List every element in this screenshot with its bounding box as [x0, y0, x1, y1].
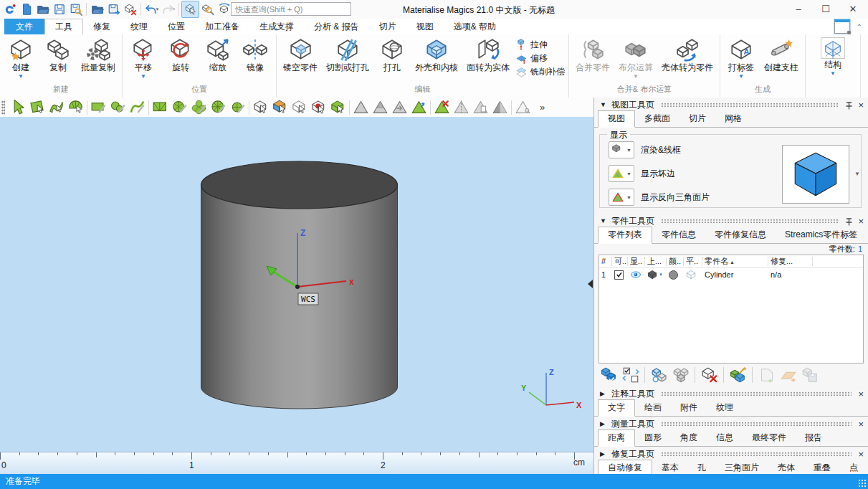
view-tabs-tab-1[interactable]: 视图 [598, 110, 635, 128]
menu-tab-3[interactable]: 纹理 [120, 19, 158, 34]
color-swatch[interactable] [669, 270, 678, 280]
import-part-icon[interactable] [89, 1, 105, 17]
close-panel-icon[interactable]: × [858, 100, 864, 110]
mark-circle-triangles[interactable] [170, 99, 189, 116]
dropdown-arrow-icon[interactable]: ▼ [659, 272, 663, 277]
view-tabs-tab-4[interactable]: 网格 [715, 111, 751, 127]
menu-tab-4[interactable]: 位置 [158, 19, 195, 34]
eye-icon[interactable] [630, 269, 642, 280]
part-name-cell[interactable]: Cylinder [702, 270, 768, 279]
measure-tabs-tab-5[interactable]: 最终零件 [743, 430, 796, 446]
select-brush[interactable] [66, 99, 85, 116]
column-header-6[interactable]: 平.. [684, 257, 702, 266]
viewport-3d[interactable]: Z x WCS Z Y X [0, 117, 593, 452]
measure-tabs-tab-4[interactable]: 信息 [707, 430, 743, 446]
pin-icon[interactable] [844, 100, 854, 110]
interface-settings-icon[interactable] [834, 19, 850, 34]
save-as-icon[interactable] [67, 1, 84, 17]
column-header-7[interactable]: 零件名▲ [702, 257, 768, 266]
fix-tabs-tab-3[interactable]: 孔 [688, 460, 715, 474]
ribbon-button-shell-core[interactable]: 外壳和内核 [411, 35, 462, 72]
ribbon-button-copy[interactable]: 复制 [39, 35, 77, 72]
annotation-tabs-tab-3[interactable]: 附件 [671, 400, 707, 416]
table-row[interactable]: 1 ▼ Cylindern/a [599, 268, 863, 281]
ribbon-button-create[interactable]: 创建▼ [2, 35, 39, 80]
menu-tab-6[interactable]: 生成支撑 [249, 19, 304, 34]
shading-mode-icon[interactable] [647, 270, 658, 280]
parts-page-header[interactable]: ▼ 零件工具页 × [594, 214, 868, 228]
expand-caret-icon[interactable]: ▶ [600, 450, 607, 457]
ribbon-button-structure[interactable]: 结构▼ [808, 35, 858, 77]
ribbon-button-mirror[interactable]: 镜像 [237, 35, 274, 72]
column-header-1[interactable]: # [599, 257, 612, 266]
annotation-tabs-tab-4[interactable]: 纹理 [707, 400, 743, 416]
view-page-header[interactable]: ▼ 视图工具页 × [594, 98, 868, 112]
new-file-icon[interactable] [18, 1, 34, 17]
mark-pie[interactable] [209, 99, 228, 116]
triangle-tool-copy[interactable] [471, 99, 490, 116]
ribbon-button-punch[interactable]: 打孔 [373, 35, 411, 72]
orientation-preview[interactable] [782, 145, 849, 204]
select-triangles[interactable] [8, 99, 27, 116]
dropdown-arrow-icon[interactable]: ▾ [156, 6, 159, 12]
column-header-3[interactable]: 显.. [628, 257, 645, 266]
ribbon-small-button-extrude[interactable]: 拉伸 [515, 38, 565, 52]
ribbon-button-batch-copy[interactable]: 批量复制 [77, 35, 120, 72]
duplicate-parts[interactable] [649, 366, 669, 384]
expand-caret-icon[interactable]: ▶ [600, 390, 607, 397]
panel-splitter[interactable] [588, 98, 593, 452]
parts-tabs-tab-1[interactable]: 零件列表 [598, 227, 652, 244]
dropdown-arrow-icon[interactable]: ▼ [18, 74, 24, 80]
annotation-page-header[interactable]: ▶ 注释工具页 × [594, 386, 868, 401]
collapse-caret-icon[interactable]: ▼ [600, 101, 607, 108]
menu-tab-7[interactable]: 分析 & 报告 [304, 19, 369, 34]
close-panel-icon[interactable]: × [858, 419, 864, 429]
column-header-2[interactable]: 可.. [612, 257, 628, 266]
mark-rectangle[interactable] [89, 99, 108, 116]
mark-circle[interactable] [108, 99, 128, 116]
ribbon-button-cut[interactable]: 切割或打孔 [322, 35, 373, 72]
rotate-view-icon[interactable] [216, 1, 232, 17]
ribbon-button-rotate[interactable]: 旋转 [162, 35, 199, 72]
unload-part[interactable] [700, 366, 719, 384]
dropdown-arrow-icon[interactable]: ▾ [173, 6, 176, 12]
select-freeform[interactable] [47, 99, 66, 116]
delete-marked-triangles[interactable] [432, 99, 452, 116]
select-all-parts[interactable] [599, 366, 619, 384]
parts-tabs-tab-3[interactable]: 零件修复信息 [705, 227, 776, 243]
close-panel-icon[interactable]: × [858, 389, 864, 399]
ribbon-small-button-offset[interactable]: 偏移 [515, 52, 565, 65]
close-button[interactable]: ✕ [839, 0, 867, 17]
zoom-part-icon[interactable] [199, 1, 216, 17]
search-input[interactable] [231, 2, 351, 16]
select-cube-visible[interactable] [270, 99, 290, 116]
parts-table[interactable]: #可..显..上...颜..平..零件名▲修复...1 ▼ Cylindern/… [598, 255, 864, 364]
triangle-tool-dash[interactable] [452, 99, 471, 116]
expand-caret-icon[interactable]: ▶ [600, 420, 607, 427]
triangle-tool-fold[interactable] [371, 99, 390, 116]
invert-selection[interactable] [621, 366, 640, 384]
mark-pie-alt[interactable] [228, 99, 247, 116]
ribbon-button-hollow[interactable]: 镂空零件 [279, 35, 322, 72]
pin-icon[interactable] [844, 217, 854, 226]
dropdown-arrow-icon[interactable]: ▼ [830, 71, 836, 77]
mark-curve[interactable] [128, 99, 147, 116]
display-option-combo-2[interactable]: ▼ [609, 165, 634, 182]
mark-window-triangles[interactable] [151, 99, 170, 116]
collapse-ribbon-icon[interactable]: ⌃ [857, 24, 862, 30]
menu-tab-9[interactable]: 视图 [406, 19, 444, 34]
export-part-icon[interactable] [105, 1, 122, 17]
menu-tab-5[interactable]: 加工准备 [195, 19, 249, 34]
splitter-collapse-icon[interactable] [588, 280, 593, 288]
app-icon[interactable] [1, 1, 18, 17]
group-parts[interactable] [671, 366, 690, 384]
fix-tabs-tab-7[interactable]: 点 [840, 460, 867, 474]
fix-page-header[interactable]: ▶ 修复工具页 × [594, 447, 868, 461]
ribbon-button-fit2ship[interactable]: Fit2Ship▼ [863, 35, 868, 77]
maximize-button[interactable]: ☐ [812, 0, 839, 17]
parts-tabs-tab-4[interactable]: Streamics零件标签 [776, 227, 867, 243]
annotation-tabs-tab-1[interactable]: 文字 [598, 399, 635, 417]
collapse-caret-icon[interactable]: ▼ [600, 217, 607, 224]
dropdown-arrow-icon[interactable]: ▼ [626, 148, 631, 153]
ribbon-button-shells-parts[interactable]: 壳体转为零件 [657, 35, 717, 72]
